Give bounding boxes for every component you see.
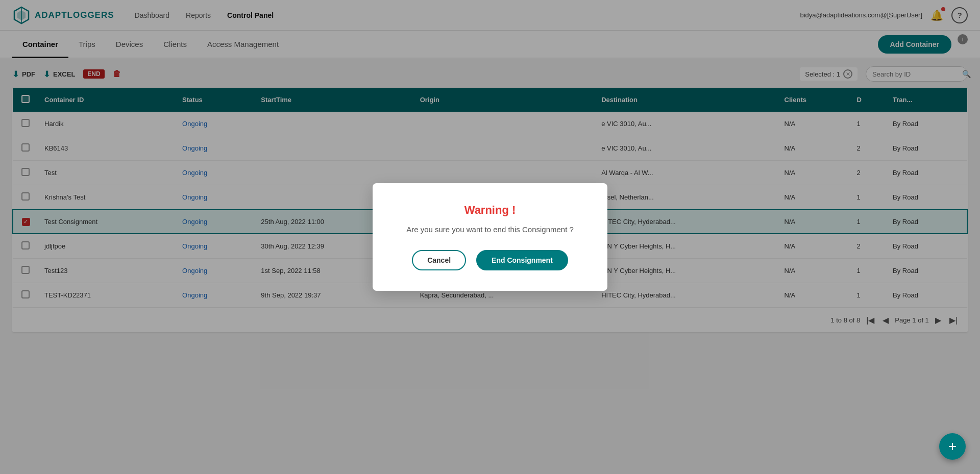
fab-button[interactable]: + [939, 433, 966, 460]
modal-overlay: Warning ! Are you sure you want to end t… [0, 0, 980, 474]
modal-actions: Cancel End Consignment [398, 250, 582, 270]
modal-cancel-button[interactable]: Cancel [412, 250, 466, 270]
modal-confirm-button[interactable]: End Consignment [476, 250, 568, 270]
modal-message: Are you sure you want to end this Consig… [398, 225, 582, 234]
warning-modal: Warning ! Are you sure you want to end t… [373, 183, 607, 291]
modal-title: Warning ! [398, 204, 582, 217]
